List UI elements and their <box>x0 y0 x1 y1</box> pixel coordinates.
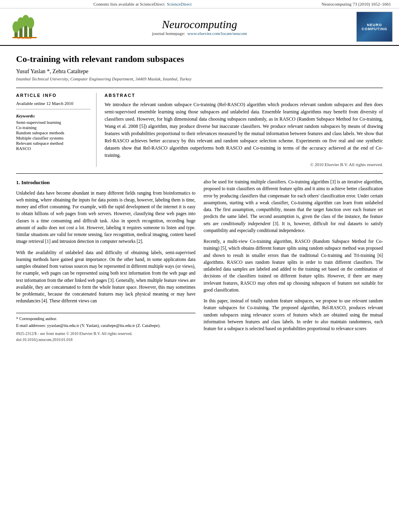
available-online: Available online 12 March 2010 <box>16 101 90 109</box>
affiliation: Istanbul Technical University, Computer … <box>16 76 383 81</box>
italic-relevant: relevant <box>352 298 367 303</box>
right-para-2: Recently, a multi-view Co-training algor… <box>204 238 383 294</box>
email-label: E-mail addresses: <box>16 323 46 328</box>
article-info: ARTICLE INFO Available online 12 March 2… <box>16 93 97 167</box>
email-addresses: yyaslan@itu.edu.tr (Y. Yaslan), cataltep… <box>47 323 160 328</box>
article-info-heading: ARTICLE INFO <box>16 93 90 98</box>
right-para-3: In this paper, instead of totally random… <box>204 298 383 332</box>
homepage-link[interactable]: www.elsevier.com/locate/neucom <box>187 31 247 36</box>
elsevier-tree-icon: ELSEVIER <box>10 15 39 39</box>
neurocomputing-logo-box: NEUROCOMPUTING <box>356 12 393 42</box>
journal-homepage: journal homepage: www.elsevier.com/locat… <box>43 31 356 36</box>
intro-heading: 1. Introduction <box>16 179 195 187</box>
section-divider <box>16 173 383 174</box>
right-column: also be used for training multiple class… <box>204 179 383 343</box>
svg-point-7 <box>27 17 34 29</box>
left-column: 1. Introduction Unlabeled data have beco… <box>16 179 195 343</box>
abstract-text: We introduce the relevant random subspac… <box>105 101 383 159</box>
abstract-section: ABSTRACT We introduce the relevant rando… <box>105 93 383 167</box>
copyright-notice: © 2010 Elsevier B.V. All rights reserved… <box>105 162 383 167</box>
journal-name: Neurocomputing <box>43 18 356 31</box>
keyword-3: Random subspace methods <box>16 130 90 135</box>
article-container: Co-training with relevant random subspac… <box>0 46 399 351</box>
italic-compatibility: compatibility <box>256 207 281 212</box>
article-title: Co-training with relevant random subspac… <box>16 54 383 64</box>
keyword-5: Relevant subspace method <box>16 141 90 146</box>
journal-top-bar: Contents lists available at ScienceDirec… <box>0 0 399 8</box>
footnotes: * Corresponding author. E-mail addresses… <box>16 313 195 329</box>
authors: Yusuf Yaslan *, Zehra Cataltepe <box>16 68 383 75</box>
journal-header: Contents lists available at ScienceDirec… <box>0 0 399 46</box>
info-abstract-section: ARTICLE INFO Available online 12 March 2… <box>16 88 383 167</box>
svg-rect-1 <box>19 27 23 38</box>
keyword-2: Co-training <box>16 125 90 130</box>
issn-text: 0925-2312/$ - see front matter © 2010 El… <box>16 331 132 336</box>
svg-text:ELSEVIER: ELSEVIER <box>18 37 32 39</box>
left-para-2: With the availability of unlabeled data … <box>16 249 195 305</box>
journal-title-center: Neurocomputing journal homepage: www.els… <box>43 18 356 36</box>
sciencedirect-link[interactable]: ScienceDirect <box>167 2 192 6</box>
email-footnote: E-mail addresses: yyaslan@itu.edu.tr (Y.… <box>16 322 195 329</box>
corresponding-author-label: * Corresponding author. <box>16 316 195 322</box>
doi-text: doi:10.1016/j.neucom.2010.01.018 <box>16 337 72 342</box>
contents-available-label: Contents lists available at ScienceDirec… <box>93 2 165 6</box>
keyword-6: RASCO <box>16 146 90 151</box>
italic-conditionally: conditionally independent <box>221 221 270 226</box>
abstract-heading: ABSTRACT <box>105 93 383 98</box>
author-names: Yusuf Yaslan *, Zehra Cataltepe <box>16 68 88 74</box>
left-para-1: Unlabeled data have become abundant in m… <box>16 190 195 245</box>
volume-info: Neurocomputing 73 (2010) 1652–1661 <box>321 2 399 6</box>
main-content: 1. Introduction Unlabeled data have beco… <box>16 179 383 343</box>
svg-rect-3 <box>29 27 32 38</box>
elsevier-logo: ELSEVIER <box>6 15 43 39</box>
keyword-4: Multiple classifier systems <box>16 136 90 140</box>
journal-banner: ELSEVIER Neurocomputing journal homepage… <box>0 8 399 45</box>
homepage-label: journal homepage: <box>152 31 185 36</box>
right-para-1: also be used for training multiple class… <box>204 179 383 234</box>
keywords-label: Keywords: <box>16 113 90 118</box>
issn-line: 0925-2312/$ - see front matter © 2010 El… <box>16 331 195 343</box>
keyword-1: Semi-supervised learning <box>16 120 90 125</box>
